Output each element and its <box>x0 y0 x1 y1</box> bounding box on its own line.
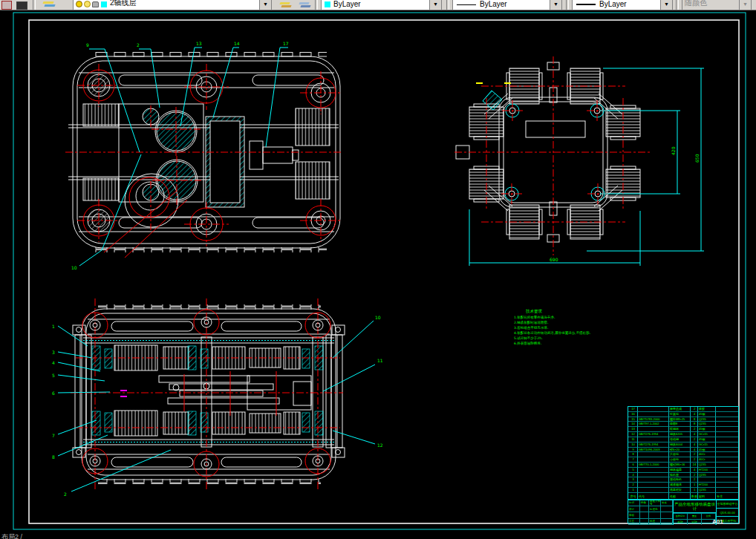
bom-cell: 2 <box>691 473 698 478</box>
balloon-label: 17 <box>283 41 289 46</box>
layer-dropdown-arrow[interactable]: ▼ <box>259 0 271 10</box>
balloon-label: 12 <box>377 442 383 448</box>
scale-grid: 阶段标记 重量 比例 共1张 第1张 <box>674 513 716 525</box>
bom-cell <box>716 468 738 473</box>
bom-cell <box>638 427 669 432</box>
linetype-dropdown-arrow[interactable]: ▼ <box>550 0 561 10</box>
balloon-label: 10 <box>71 265 77 270</box>
color-swatch <box>325 1 330 7</box>
bom-cell <box>638 452 669 457</box>
plotstyle-dropdown: 随颜色 ▼ <box>682 0 752 10</box>
linetype-dropdown[interactable]: ByLayer ▼ <box>452 0 562 10</box>
bom-cell: GB/T70.1-2000 <box>638 463 669 468</box>
notes-line: 4.装配后各运动件转动灵活,履带张紧适当,不得松脱。 <box>514 330 593 336</box>
balloon-label: 2 <box>137 42 140 48</box>
bom-cell: 轴承6004 <box>669 442 691 448</box>
bom-cell <box>638 473 669 478</box>
view-plan: 9 2 13 14 17 10 <box>65 41 343 270</box>
magenta-tick <box>120 390 127 391</box>
bom-cell: Q235 <box>698 463 716 468</box>
notes-title: 技术要求 <box>526 309 543 314</box>
sheet-size-label: A01 <box>712 518 723 525</box>
bom-cell: HT200 <box>698 483 716 488</box>
technical-notes: 技术要求 1.装配前所有零件清洗干净。 2.轴承装配时涂润滑脂。 3.齿轮啮合平… <box>514 309 593 346</box>
balloon-label: 3 <box>52 350 55 355</box>
make-object-layer-current-button[interactable] <box>276 0 293 10</box>
layout-tab[interactable]: 布局2 / <box>1 533 22 539</box>
bom-cell <box>716 422 738 427</box>
bom-cell: 24 <box>691 463 698 468</box>
bom-cell: 2 <box>691 457 698 463</box>
view-rear: 420 650 690 <box>454 56 704 266</box>
bom-row: 5轴承端盖4HT200 <box>628 468 738 473</box>
color-dropdown[interactable]: ByLayer ▼ <box>321 0 442 10</box>
toolbar-icon-1[interactable] <box>1 0 13 8</box>
layer-dropdown[interactable]: 2轴线层 ▼ <box>73 0 272 10</box>
layer-freeze-sun-icon[interactable] <box>84 1 91 7</box>
bom-row: 17履带总成2橡胶 <box>628 407 738 412</box>
bom-cell <box>638 477 669 483</box>
bom-cell: 2 <box>691 452 698 457</box>
color-dropdown-arrow[interactable]: ▼ <box>429 0 441 10</box>
bom-header-row: 序号 代号 名称 数量 材料 备注 <box>628 493 738 500</box>
bom-row: 15GB/T5783-2000螺栓M8×258Q235 <box>628 417 738 422</box>
bom-cell: 大齿轮 <box>669 452 691 457</box>
bom-cell <box>716 442 738 448</box>
project-name: 全地形移动平台 <box>717 500 738 509</box>
bom-cell: 45钢 <box>698 427 716 432</box>
bom-cell: 17 <box>628 407 638 412</box>
bom-cell <box>716 427 738 432</box>
bom-cell: Q235 <box>698 473 716 478</box>
bom-cell <box>716 457 738 463</box>
view-section: 1 3 4 5 6 7 8 2 10 11 12 <box>52 298 383 497</box>
bom-row: 13联轴器245钢 <box>628 427 738 432</box>
drawing-title: 产品全地形移动底盘设计 <box>674 500 716 513</box>
bom-cell: 2 <box>691 477 698 483</box>
bom-cell: GB/T1096-2003 <box>638 448 669 453</box>
bom-cell: 4 <box>691 442 698 448</box>
bom-cell: 12 <box>628 432 638 437</box>
bom-cell <box>638 488 669 493</box>
layer-lock-icon[interactable] <box>92 1 99 7</box>
layer-on-bulb-icon[interactable] <box>76 1 82 7</box>
bom-cell: 4 <box>691 448 698 453</box>
bom-cell: 4 <box>691 468 698 473</box>
bom-cell: 2 <box>628 483 638 488</box>
balloon-label: 2 <box>64 491 67 497</box>
bom-cell: 电机座 <box>669 473 691 478</box>
bom-cell: 1 <box>691 488 698 493</box>
lineweight-dropdown[interactable]: ByLayer ▼ <box>572 0 673 10</box>
balloon-label: 11 <box>377 358 383 363</box>
bom-header-cell: 名称 <box>669 493 691 500</box>
dim-text: 650 <box>694 154 700 163</box>
bom-cell <box>638 407 669 412</box>
bom-cell <box>638 468 669 473</box>
bom-cell: 4 <box>691 432 698 437</box>
layers-dialog-button[interactable] <box>40 0 56 10</box>
bom-cell <box>716 432 738 437</box>
notes-line: 3.齿轮啮合平稳无卡滞。 <box>514 326 550 330</box>
toolbar-icon-2[interactable] <box>16 0 28 8</box>
bom-row: 14GB/T97.1-2002垫圈88Q235 <box>628 422 738 427</box>
bom-cell <box>716 483 738 488</box>
lineweight-dropdown-arrow[interactable]: ▼ <box>660 0 672 10</box>
bom-cell: 5 <box>628 468 638 473</box>
bom-cell: 橡胶 <box>698 407 716 412</box>
bom-row: 4电机座2Q235 <box>628 473 738 478</box>
bom-cell: 联轴器 <box>669 427 691 432</box>
yellow-tick <box>476 82 483 84</box>
color-value: ByLayer <box>333 0 361 8</box>
bom-cell <box>716 412 738 417</box>
bom-cell <box>716 473 738 478</box>
bom-cell: 小齿轮 <box>669 457 691 463</box>
balloon-label: 8 <box>52 454 55 460</box>
bom-cell <box>638 412 669 417</box>
bom-cell: 40Cr <box>698 457 716 463</box>
bom-cell: 40Cr <box>698 452 716 457</box>
bom-cell: Q235 <box>698 422 716 427</box>
layer-previous-button[interactable] <box>296 0 312 10</box>
model-space-canvas[interactable]: 9 2 13 14 17 10 <box>0 10 756 533</box>
title-block: 17履带总成2橡胶16张紧轮445钢15GB/T5783-2000螺栓M8×25… <box>628 406 739 523</box>
bom-cell: 2 <box>691 437 698 442</box>
notes-line: 1.装配前所有零件清洗干净。 <box>514 315 557 319</box>
